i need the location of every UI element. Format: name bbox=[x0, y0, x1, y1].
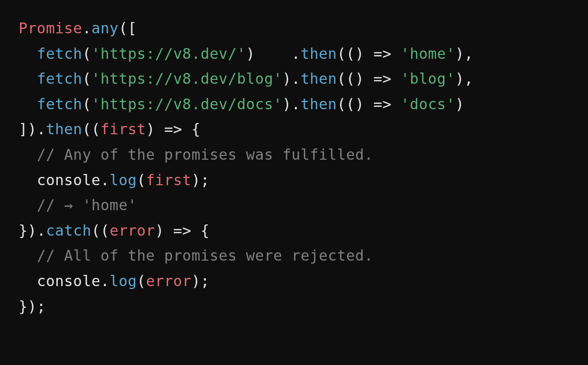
token-close-bracket: ]) bbox=[19, 121, 37, 138]
token-paren: ( bbox=[337, 70, 346, 87]
token-then: then bbox=[300, 70, 337, 87]
token-indent bbox=[19, 45, 37, 62]
token-dot: . bbox=[37, 121, 46, 138]
token-paren: ( bbox=[82, 96, 92, 113]
token-then: then bbox=[46, 121, 82, 138]
token-comment: // All of the promises were rejected. bbox=[37, 247, 373, 264]
token-arg-error: error bbox=[146, 272, 192, 290]
code-line-12: }); bbox=[19, 298, 46, 315]
token-then: then bbox=[300, 45, 337, 62]
token-log: log bbox=[110, 171, 137, 189]
token-method-any: any bbox=[92, 20, 119, 37]
token-paren: (( bbox=[92, 222, 110, 239]
token-paren: ( bbox=[137, 171, 146, 189]
token-arg-first: first bbox=[146, 171, 192, 189]
code-line-8: // → 'home' bbox=[19, 196, 137, 214]
token-paren: ) bbox=[246, 45, 255, 62]
token-paren: ) bbox=[455, 96, 465, 113]
token-class: Promise bbox=[19, 20, 82, 37]
token-paren: ( bbox=[82, 45, 92, 62]
code-line-6: // Any of the promises was fulfilled. bbox=[19, 146, 373, 163]
token-catch: catch bbox=[46, 222, 92, 239]
token-paren: ), bbox=[455, 45, 473, 62]
token-paren: ) bbox=[146, 121, 164, 138]
code-line-11: console.log(error); bbox=[19, 272, 210, 290]
token-indent bbox=[19, 171, 37, 189]
code-line-5: ]).then((first) => { bbox=[19, 121, 200, 138]
code-line-1: Promise.any([ bbox=[19, 20, 137, 37]
token-params: () bbox=[346, 96, 364, 113]
code-line-2: fetch('https://v8.dev/') .then(() => 'ho… bbox=[19, 45, 473, 62]
token-dot: . bbox=[292, 70, 301, 87]
token-paren: ); bbox=[192, 272, 210, 290]
token-arrow: => bbox=[173, 222, 192, 239]
token-paren: ) bbox=[155, 222, 173, 239]
token-open-bracket: ([ bbox=[119, 20, 137, 37]
code-line-10: // All of the promises were rejected. bbox=[19, 247, 373, 264]
token-paren: ( bbox=[137, 272, 146, 290]
token-log: log bbox=[110, 272, 137, 290]
code-line-7: console.log(first); bbox=[19, 171, 210, 189]
token-paren: ) bbox=[282, 96, 292, 113]
code-line-3: fetch('https://v8.dev/blog').then(() => … bbox=[19, 70, 473, 87]
token-string-result: 'home' bbox=[401, 45, 455, 62]
token-dot: . bbox=[82, 20, 92, 37]
token-console: console bbox=[37, 272, 100, 290]
token-arrow: => bbox=[164, 121, 182, 138]
token-string-result: 'docs' bbox=[401, 96, 455, 113]
token-dot: . bbox=[100, 272, 110, 290]
token-dot: . bbox=[292, 96, 301, 113]
token-indent bbox=[19, 272, 37, 290]
token-indent bbox=[19, 247, 37, 264]
token-dot: . bbox=[37, 222, 46, 239]
token-string-url: 'https://v8.dev/docs' bbox=[92, 96, 283, 113]
token-param-error: error bbox=[110, 222, 155, 239]
token-dot: . bbox=[292, 45, 301, 62]
token-paren: ) bbox=[282, 70, 292, 87]
token-fetch: fetch bbox=[37, 45, 82, 62]
token-string-url: 'https://v8.dev/blog' bbox=[92, 70, 283, 87]
code-block: Promise.any([ fetch('https://v8.dev/') .… bbox=[0, 0, 588, 335]
token-close-brace: }) bbox=[19, 222, 37, 239]
token-indent bbox=[19, 196, 37, 214]
token-comment: // Any of the promises was fulfilled. bbox=[37, 146, 373, 163]
token-paren: ( bbox=[82, 70, 92, 87]
token-arrow: => bbox=[364, 45, 400, 62]
token-params: () bbox=[346, 70, 364, 87]
token-comment: // → 'home' bbox=[37, 196, 137, 214]
token-arrow: => bbox=[364, 96, 400, 113]
token-string-result: 'blog' bbox=[401, 70, 455, 87]
token-paren: ( bbox=[337, 45, 346, 62]
token-arrow: => bbox=[364, 70, 400, 87]
token-pad bbox=[255, 45, 292, 62]
token-indent bbox=[19, 146, 37, 163]
token-brace: { bbox=[192, 222, 210, 239]
token-paren: ( bbox=[337, 96, 346, 113]
token-param-first: first bbox=[100, 121, 146, 138]
token-close: }); bbox=[19, 298, 46, 315]
token-fetch: fetch bbox=[37, 70, 82, 87]
token-paren: (( bbox=[82, 121, 100, 138]
token-paren: ); bbox=[192, 171, 210, 189]
token-brace: { bbox=[182, 121, 200, 138]
token-console: console bbox=[37, 171, 100, 189]
token-dot: . bbox=[100, 171, 110, 189]
token-string-url: 'https://v8.dev/' bbox=[92, 45, 246, 62]
code-line-9: }).catch((error) => { bbox=[19, 222, 210, 239]
token-paren: ), bbox=[455, 70, 473, 87]
token-then: then bbox=[300, 96, 337, 113]
token-params: () bbox=[346, 45, 364, 62]
token-indent bbox=[19, 70, 37, 87]
code-line-4: fetch('https://v8.dev/docs').then(() => … bbox=[19, 96, 465, 113]
token-fetch: fetch bbox=[37, 96, 82, 113]
token-indent bbox=[19, 96, 37, 113]
